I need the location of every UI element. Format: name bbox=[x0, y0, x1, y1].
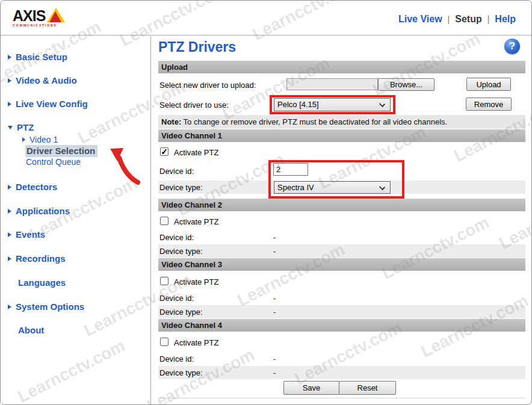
axis-logo-text: AXIS bbox=[13, 8, 45, 23]
expand-arrow-icon bbox=[8, 256, 11, 261]
channel-4-header: Video Channel 4 bbox=[158, 319, 525, 332]
channel-3-header: Video Channel 3 bbox=[158, 258, 525, 271]
browse-button[interactable]: Browse... bbox=[378, 78, 435, 91]
expand-arrow-icon bbox=[8, 78, 11, 83]
channel-1-header: Video Channel 1 bbox=[158, 129, 525, 142]
axis-triangle-icon bbox=[47, 7, 65, 23]
upload-button[interactable]: Upload bbox=[466, 78, 511, 91]
device-id-value-3: - bbox=[273, 294, 276, 303]
activate-ptz-label-3: Activate PTZ bbox=[174, 277, 218, 286]
content-bottom-divider bbox=[158, 398, 525, 398]
activate-ptz-label-1: Activate PTZ bbox=[174, 148, 218, 157]
activate-ptz-checkbox-3[interactable] bbox=[160, 277, 169, 285]
activate-ptz-label-2: Activate PTZ bbox=[174, 217, 218, 226]
device-id-label-4: Device id: bbox=[159, 354, 194, 363]
help-icon[interactable]: ? bbox=[504, 39, 520, 54]
activate-ptz-checkbox-2[interactable] bbox=[160, 217, 169, 225]
nav-separator: | bbox=[448, 14, 450, 24]
sidebar-item-video-audio[interactable]: Video & Audio bbox=[8, 75, 77, 85]
reset-button[interactable]: Reset bbox=[339, 381, 396, 395]
sidebar-item-recordings[interactable]: Recordings bbox=[8, 253, 66, 264]
expand-arrow-icon bbox=[8, 102, 11, 107]
device-id-value-4: - bbox=[273, 354, 276, 363]
sidebar-item-basic-setup[interactable]: Basic Setup bbox=[8, 52, 67, 62]
collapse-arrow-icon bbox=[8, 126, 13, 129]
sidebar-item-ptz[interactable]: PTZ bbox=[8, 122, 34, 132]
expand-arrow-icon bbox=[8, 232, 11, 237]
sidebar-item-languages[interactable]: Languages bbox=[18, 277, 66, 288]
expand-arrow-icon bbox=[8, 55, 11, 60]
new-driver-label: Select new driver to upload: bbox=[159, 81, 256, 90]
note-prefix: Note: bbox=[161, 117, 181, 126]
driver-select-value: Pelco [4.15] bbox=[277, 100, 319, 109]
save-button[interactable]: Save bbox=[283, 381, 339, 395]
note-text: To change or remove driver, PTZ must be … bbox=[181, 117, 447, 126]
device-id-label-2: Device id: bbox=[159, 233, 194, 242]
live-view-link[interactable]: Live View bbox=[398, 14, 442, 25]
page-title: PTZ Drivers bbox=[158, 39, 236, 55]
sidebar-item-system-options[interactable]: System Options bbox=[8, 301, 84, 312]
top-navigation: Live View | Setup | Help bbox=[398, 14, 516, 25]
driver-select[interactable]: Pelco [4.15] bbox=[274, 98, 391, 111]
expand-arrow-icon bbox=[8, 185, 11, 190]
file-input[interactable] bbox=[286, 78, 378, 90]
device-type-row-2: Device type: - bbox=[158, 244, 525, 258]
axis-logo-subtext: COMMUNICATIONS bbox=[13, 23, 65, 27]
upload-section-header: Upload bbox=[158, 61, 525, 73]
device-id-value-2: - bbox=[273, 233, 276, 242]
expand-arrow-icon bbox=[8, 305, 11, 309]
chevron-down-icon bbox=[379, 101, 385, 107]
remove-button[interactable]: Remove bbox=[466, 97, 512, 111]
sidebar-item-detectors[interactable]: Detectors bbox=[8, 182, 57, 192]
expand-arrow-icon bbox=[8, 209, 11, 214]
device-type-row-4: Device type: - bbox=[158, 366, 525, 379]
sidebar-item-applications[interactable]: Applications bbox=[8, 206, 70, 216]
sidebar-item-events[interactable]: Events bbox=[8, 229, 45, 240]
device-type-select-1[interactable]: Spectra IV bbox=[274, 181, 391, 194]
sidebar-item-video-1[interactable]: Video 1 bbox=[22, 135, 58, 144]
device-id-input-1[interactable] bbox=[273, 163, 308, 176]
device-type-label-4: Device type: bbox=[159, 368, 203, 377]
help-link[interactable]: Help bbox=[495, 14, 516, 25]
sidebar-item-control-queue[interactable]: Control Queue bbox=[26, 157, 81, 167]
sidebar-item-driver-selection[interactable]: Driver Selection bbox=[25, 145, 97, 157]
activate-ptz-checkbox-4[interactable] bbox=[160, 338, 169, 346]
activate-ptz-label-4: Activate PTZ bbox=[174, 338, 218, 347]
axis-logo[interactable]: AXIS COMMUNICATIONS bbox=[13, 7, 65, 27]
channel-2-header: Video Channel 2 bbox=[158, 199, 525, 211]
device-type-value-1: Spectra IV bbox=[277, 183, 314, 192]
device-type-label-3: Device type: bbox=[159, 308, 203, 317]
sidebar-item-about[interactable]: About bbox=[18, 325, 44, 335]
device-type-label-1: Device type: bbox=[159, 183, 203, 192]
device-type-value-2: - bbox=[273, 247, 276, 256]
activate-ptz-checkbox-1[interactable]: ✓ bbox=[160, 147, 169, 156]
note-row: Note: To change or remove driver, PTZ mu… bbox=[158, 115, 525, 129]
device-type-row-3: Device type: - bbox=[158, 305, 525, 318]
device-type-value-3: - bbox=[273, 308, 276, 317]
sidebar-item-live-view-config[interactable]: Live View Config bbox=[8, 99, 88, 109]
axis-camera-setup-page: AXIS COMMUNICATIONS Live View | Setup | … bbox=[0, 0, 532, 405]
nav-separator: | bbox=[487, 14, 490, 24]
device-type-value-4: - bbox=[273, 368, 276, 377]
driver-to-use-label: Select driver to use: bbox=[159, 100, 229, 110]
device-id-label-3: Device id: bbox=[159, 294, 194, 303]
chevron-down-icon bbox=[379, 184, 385, 190]
top-bar: AXIS COMMUNICATIONS Live View | Setup | … bbox=[1, 1, 531, 36]
expand-arrow-icon bbox=[22, 137, 25, 142]
device-type-label-2: Device type: bbox=[159, 247, 203, 256]
device-id-label-1: Device id: bbox=[159, 167, 194, 176]
setup-link[interactable]: Setup bbox=[455, 14, 481, 25]
sidebar-nav: Basic Setup Video & Audio Live View Conf… bbox=[1, 36, 151, 405]
